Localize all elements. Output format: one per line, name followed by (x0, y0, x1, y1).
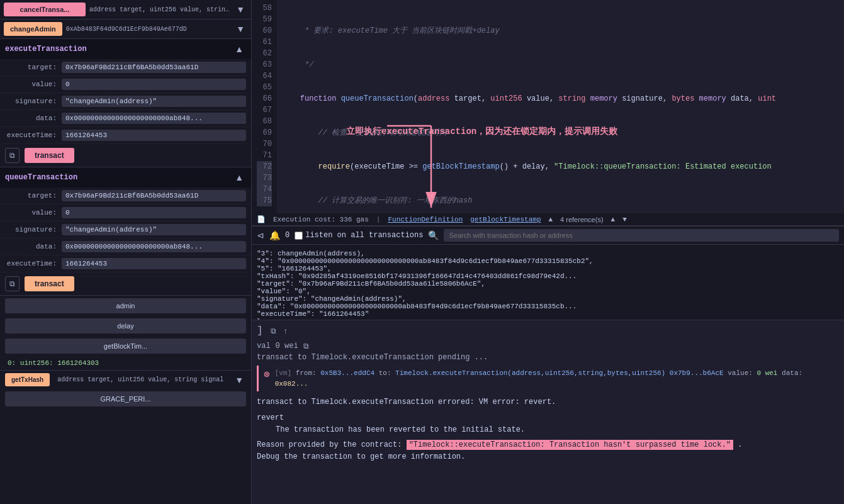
grace-peri-button[interactable]: GRACE_PERI... (5, 391, 246, 406)
json-line-1: "3": changeAdmin(address), (257, 250, 839, 257)
listen-checkbox-label[interactable]: listen on all transactions (295, 231, 423, 240)
refs-nav-down[interactable]: ▼ (622, 216, 627, 223)
execute-actions: ⧉ transact (0, 144, 251, 167)
queue-copy-button[interactable]: ⧉ (5, 276, 20, 291)
val-value: 0 wei (276, 342, 298, 350)
execute-time-field: executeTime: 1661264453 (0, 127, 251, 144)
share-output-button[interactable]: ↑ (284, 327, 288, 335)
json-result: "3": changeAdmin(address), "4": "0x00000… (252, 245, 844, 320)
revert-text: revert (257, 412, 839, 424)
execute-transact-button[interactable]: transact (25, 148, 74, 163)
error-to-addr: 0x7b9...b6AcE (670, 369, 724, 377)
revert-block: transact to Timelock.executeTransaction … (257, 396, 839, 463)
execute-transaction-chevron[interactable]: ▲ (232, 43, 246, 55)
execute-copy-button[interactable]: ⧉ (5, 148, 20, 163)
queue-transact-button[interactable]: transact (25, 276, 74, 291)
tx-search-input[interactable] (444, 229, 839, 242)
val-copy-button[interactable]: ⧉ (303, 342, 309, 350)
json-line-8: "data": "0x000000000000000000000000ab848… (257, 303, 839, 310)
queue-time-field: executeTime: 1661264453 (0, 255, 251, 272)
delay-button[interactable]: delay (5, 318, 246, 333)
error-data: 0x082... (275, 380, 308, 388)
code-lines: * 要求: executeTime 大于 当前区块链时间戳+delay */ f… (277, 0, 844, 213)
copy-output-button[interactable]: ⧉ (271, 327, 276, 335)
json-line-7: "signature": "changeAdmin(address)", (257, 295, 839, 303)
refs-nav-up[interactable]: ▲ (611, 216, 616, 223)
queue-signature-value: "changeAdmin(address)" (62, 224, 246, 235)
execute-value-field: value: 0 (0, 76, 251, 93)
cancel-transa-header: cancelTransa... address target, uint256 … (0, 0, 251, 20)
json-line-4: "txHash": "0x9d285af4319oe8516bf17493139… (257, 272, 839, 280)
admin-button[interactable]: admin (5, 298, 246, 313)
val-line: val 0 wei ⧉ (257, 342, 839, 350)
error-to-contract: Timelock.executeTransaction(address,uint… (395, 369, 665, 377)
execute-data-value: 0x00000000000000000000000ab848... (62, 113, 246, 124)
func-def-separator: | (376, 216, 381, 223)
json-line-9: "executeTime": "1661264453" (257, 310, 839, 318)
change-admin-header: changeAdmin 0xAb8483F64d9C6d1EcF9b849Ae6… (0, 20, 251, 39)
bell-button[interactable]: 🔔 (269, 230, 280, 240)
queue-signature-field: signature: "changeAdmin(address)" (0, 221, 251, 238)
left-panel: cancelTransa... address target, uint256 … (0, 0, 252, 504)
search-icon-button[interactable]: 🔍 (428, 230, 439, 240)
queue-transaction-title: queueTransaction (5, 173, 232, 182)
error-icon: ⊗ (264, 368, 270, 381)
queue-transaction-section: queueTransaction ▲ target: 0x7b96aF9Bd21… (0, 167, 251, 296)
func-def-name[interactable]: getBlockTimestamp (470, 216, 541, 223)
get-block-time-result-section: 0: uint256: 1661264303 (0, 356, 251, 370)
get-tx-hash-chevron[interactable]: ▼ (232, 374, 246, 386)
execute-value-value: 0 (62, 79, 246, 90)
execute-signature-label: signature: (5, 98, 62, 105)
queue-data-field: data: 0x00000000000000000000000ab848... (0, 238, 251, 255)
error-block: ⊗ [vm] from: 0x5B3...eddC4 to: Timelock.… (257, 366, 839, 391)
exec-cost: Execution cost: 336 gas (273, 216, 369, 223)
queue-target-field: target: 0x7b96aF9Bd211cBf6BA5b0dd53aa61D (0, 188, 251, 204)
expand-button[interactable]: ⊲ (257, 230, 264, 240)
cancel-transa-button[interactable]: cancelTransa... (4, 3, 86, 16)
func-def-label[interactable]: FunctionDefinition (388, 216, 463, 223)
cancel-transa-params: address target, uint256 value, string si… (86, 6, 234, 13)
execute-data-label: data: (5, 115, 62, 122)
queue-transaction-header[interactable]: queueTransaction ▲ (0, 167, 251, 188)
execute-target-field: target: 0x7b96aF9Bd211cBf6BA5b0dd53aa61D (0, 59, 251, 76)
get-tx-hash-params: address target, uint256 value, string si… (53, 376, 228, 383)
tx-count: 0 (285, 231, 290, 240)
change-admin-address: 0xAb8483F64d9C6d1EcF9b849Ae677dD (62, 26, 234, 33)
change-admin-button[interactable]: changeAdmin (4, 22, 62, 36)
listen-label: listen on all transactions (305, 231, 423, 240)
execute-target-label: target: (5, 64, 62, 71)
reason-line: Reason provided by the contract: "Timelo… (257, 439, 839, 451)
get-block-time-section: getBlockTim... 0: uint256: 1661264303 (0, 336, 251, 371)
right-panel: 58 59 60 61 62 63 64 65 66 67 68 69 70 7… (252, 0, 844, 504)
tx-search-bar: ⊲ 🔔 0 listen on all transactions 🔍 (252, 227, 844, 245)
json-line-2: "4": "0x0000000000000000000000000000000a… (257, 257, 839, 265)
reason-label: Reason provided by the contract: (257, 440, 402, 449)
listen-checkbox-input[interactable] (295, 232, 303, 240)
reason-text: "Timelock::executeTransaction: Transacti… (407, 440, 733, 450)
execute-transaction-header[interactable]: executeTransaction ▲ (0, 39, 251, 59)
revert-desc: The transaction has been reverted to the… (257, 424, 839, 436)
change-admin-chevron[interactable]: ▼ (234, 23, 247, 35)
queue-signature-label: signature: (5, 226, 62, 233)
val-label: val (257, 342, 271, 350)
execute-time-label: executeTime: (5, 132, 62, 139)
execute-transaction-title: executeTransaction (5, 45, 232, 53)
error-text: transact to Timelock.executeTransaction … (257, 396, 839, 408)
get-tx-hash-row: getTxHash address target, uint256 value,… (0, 371, 251, 389)
queue-actions: ⧉ transact (0, 272, 251, 295)
json-line-6: "value": "0", (257, 288, 839, 295)
queue-transaction-chevron[interactable]: ▲ (232, 171, 246, 184)
refs-button[interactable]: 4 reference(s) (560, 216, 603, 223)
queue-data-value: 0x00000000000000000000000ab848... (62, 241, 246, 252)
output-area: ] ⧉ ↑ val 0 wei ⧉ transact to Timelock.e… (252, 320, 844, 504)
cancel-transa-chevron[interactable]: ▼ (234, 3, 247, 16)
get-tx-hash-button[interactable]: getTxHash (5, 373, 50, 386)
queue-value-label: value: (5, 209, 62, 216)
code-area: 58 59 60 61 62 63 64 65 66 67 68 69 70 7… (252, 0, 844, 227)
json-line-5: "target": "0x7b96aF9Bd211cBf6BA5b0dd53aa… (257, 280, 839, 288)
get-block-time-button[interactable]: getBlockTim... (5, 339, 246, 354)
reason-period: . (738, 440, 742, 449)
nav-up-icon[interactable]: ▲ (548, 216, 553, 223)
queue-target-value: 0x7b96aF9Bd211cBf6BA5b0dd53aa61D (62, 190, 246, 201)
queue-time-value: 1661264453 (62, 258, 246, 269)
